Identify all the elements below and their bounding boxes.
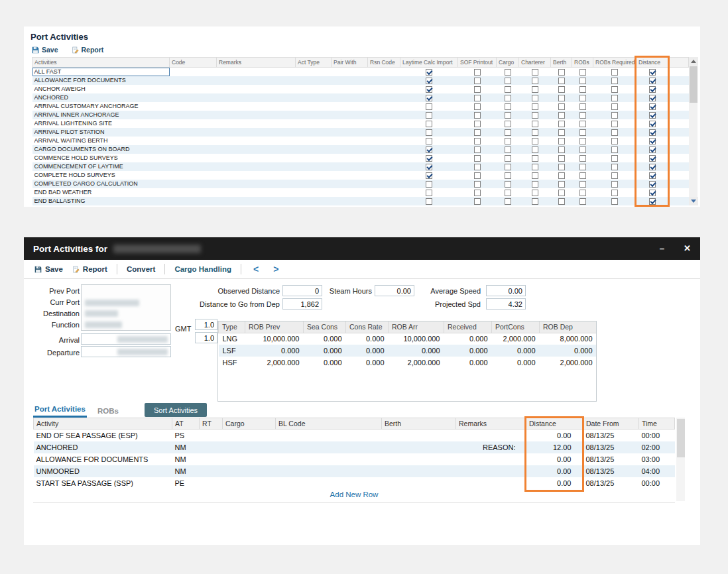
cell-fuel-value[interactable]: 0.000 bbox=[540, 345, 597, 357]
cell-time[interactable]: 02:00 bbox=[639, 441, 675, 453]
cell-activity[interactable]: COMPLETE HOLD SURVEYS bbox=[32, 171, 170, 180]
cell-cargo[interactable] bbox=[223, 465, 276, 477]
cell-activity[interactable]: COMMENCEMENT OF LAYTIME bbox=[32, 162, 170, 171]
cell-empty[interactable] bbox=[170, 76, 217, 85]
cell-berth[interactable] bbox=[382, 441, 456, 453]
cell-empty[interactable] bbox=[296, 68, 332, 77]
cell-empty[interactable] bbox=[217, 162, 296, 171]
cell-activity[interactable]: COMPLETED CARGO CALCULATION bbox=[32, 180, 170, 188]
activities-column-header[interactable]: RT bbox=[200, 418, 223, 430]
activity-row[interactable]: END OF SEA PASSAGE (ESP)PS0.0008/13/2500… bbox=[34, 430, 675, 441]
cell-empty[interactable] bbox=[217, 85, 296, 93]
cell-fuel-value[interactable]: 2,000.000 bbox=[492, 333, 540, 345]
rob-column-header[interactable]: PortCons bbox=[492, 321, 540, 333]
column-header[interactable]: Act Type bbox=[296, 58, 332, 68]
checkbox-cargo[interactable] bbox=[505, 78, 511, 84]
cell-at[interactable]: NM bbox=[172, 453, 200, 465]
cell-fuel-value[interactable]: 10,000.000 bbox=[245, 333, 304, 345]
checkbox-robs[interactable] bbox=[579, 146, 586, 153]
activity-row[interactable]: ANCHOREDNMREASON:12.0008/13/2502:00 bbox=[34, 441, 675, 453]
cell-empty[interactable] bbox=[170, 145, 217, 154]
checkbox-robs-required[interactable] bbox=[611, 172, 618, 179]
rob-column-header[interactable]: Cons Rate bbox=[346, 321, 389, 333]
activity-row[interactable]: END BAD WEATHER bbox=[32, 188, 689, 197]
checkbox-laytime-calc-import[interactable] bbox=[426, 78, 432, 84]
activity-row[interactable]: ARRIVAL CUSTOMARY ANCHORAGE bbox=[32, 102, 689, 111]
checkbox-robs[interactable] bbox=[579, 121, 586, 127]
rob-column-header[interactable]: Received bbox=[444, 321, 492, 333]
cell-empty[interactable] bbox=[332, 180, 368, 188]
cell-empty[interactable] bbox=[296, 128, 332, 137]
checkbox-berth[interactable] bbox=[558, 190, 565, 196]
checkbox-robs-required[interactable] bbox=[611, 138, 618, 144]
activities-column-header[interactable]: Berth bbox=[382, 418, 456, 430]
checkbox-laytime-calc-import[interactable] bbox=[426, 69, 432, 76]
checkbox-laytime-calc-import[interactable] bbox=[426, 164, 432, 170]
report-button[interactable]: Report bbox=[72, 265, 107, 273]
gmt-field-2[interactable]: 1.0 bbox=[195, 332, 217, 343]
column-header[interactable]: Distance bbox=[637, 58, 668, 68]
cell-activity[interactable]: END BAD WEATHER bbox=[32, 188, 170, 197]
column-header[interactable]: Remarks bbox=[217, 58, 296, 68]
checkbox-cargo[interactable] bbox=[505, 198, 511, 205]
cell-fuel-value[interactable]: 2,000.000 bbox=[389, 357, 444, 369]
checkbox-cargo[interactable] bbox=[505, 138, 511, 144]
cell-activity[interactable]: ARRIVAL PILOT STATION bbox=[32, 128, 170, 137]
checkbox-laytime-calc-import[interactable] bbox=[426, 181, 432, 188]
cell-activity[interactable]: ALLOWANCE FOR DOCUMENTS bbox=[34, 453, 172, 465]
scroll-up-icon[interactable] bbox=[689, 57, 698, 66]
cell-empty[interactable] bbox=[332, 93, 368, 102]
checkbox-robs[interactable] bbox=[579, 78, 586, 84]
checkbox-robs-required[interactable] bbox=[611, 190, 618, 196]
activity-row[interactable]: ANCHOR AWEIGH bbox=[32, 85, 689, 93]
checkbox-distance[interactable] bbox=[649, 198, 656, 205]
tab-robs[interactable]: ROBs bbox=[96, 407, 120, 418]
column-header[interactable]: ROBs Required bbox=[593, 58, 637, 68]
cell-empty[interactable] bbox=[217, 111, 296, 119]
cell-empty[interactable] bbox=[332, 111, 368, 119]
cell-empty[interactable] bbox=[217, 171, 296, 180]
cell-empty[interactable] bbox=[217, 76, 296, 85]
cell-fuel-type[interactable]: LSF bbox=[219, 345, 245, 357]
cell-empty[interactable] bbox=[332, 162, 368, 171]
activity-row[interactable]: END BALLASTING bbox=[32, 197, 689, 205]
checkbox-distance[interactable] bbox=[649, 69, 656, 76]
checkbox-distance[interactable] bbox=[649, 190, 656, 196]
checkbox-distance[interactable] bbox=[649, 146, 656, 153]
cell-remarks[interactable]: REASON: bbox=[456, 441, 526, 453]
checkbox-laytime-calc-import[interactable] bbox=[426, 172, 432, 179]
cell-empty[interactable] bbox=[296, 102, 332, 111]
cell-activity[interactable]: ARRIVAL WAITING BERTH bbox=[32, 137, 170, 145]
checkbox-cargo[interactable] bbox=[505, 172, 511, 179]
activities-column-header[interactable]: Remarks bbox=[456, 418, 526, 430]
cell-empty[interactable] bbox=[170, 93, 217, 102]
checkbox-sof-printout[interactable] bbox=[474, 112, 481, 119]
rob-row[interactable]: LSF0.0000.0000.0000.0000.0000.0000.000 bbox=[219, 345, 597, 357]
cell-empty[interactable] bbox=[170, 111, 217, 119]
activity-row[interactable]: ALL FAST bbox=[32, 68, 689, 77]
cell-empty[interactable] bbox=[368, 128, 400, 137]
checkbox-berth[interactable] bbox=[558, 78, 565, 84]
cell-time[interactable]: 00:00 bbox=[639, 477, 675, 489]
checkbox-sof-printout[interactable] bbox=[474, 121, 481, 127]
cell-date-from[interactable]: 08/13/25 bbox=[583, 441, 639, 453]
cell-distance[interactable]: 0.00 bbox=[526, 465, 583, 477]
checkbox-sof-printout[interactable] bbox=[474, 69, 481, 76]
cell-remarks[interactable] bbox=[456, 430, 526, 441]
checkbox-laytime-calc-import[interactable] bbox=[426, 95, 432, 101]
checkbox-sof-printout[interactable] bbox=[474, 95, 481, 101]
checkbox-cargo[interactable] bbox=[505, 146, 511, 153]
checkbox-charterer[interactable] bbox=[532, 86, 538, 93]
minimize-button[interactable]: – bbox=[660, 243, 664, 254]
checkbox-robs-required[interactable] bbox=[611, 164, 618, 170]
checkbox-charterer[interactable] bbox=[532, 112, 538, 119]
checkbox-laytime-calc-import[interactable] bbox=[426, 146, 432, 153]
chevron-right-icon[interactable]: > bbox=[271, 264, 281, 274]
checkbox-laytime-calc-import[interactable] bbox=[426, 103, 432, 110]
checkbox-berth[interactable] bbox=[558, 95, 565, 101]
cell-activity[interactable]: END BALLASTING bbox=[32, 197, 170, 205]
sort-activities-button[interactable]: Sort Activities bbox=[145, 403, 207, 417]
cell-empty[interactable] bbox=[368, 68, 400, 77]
cell-empty[interactable] bbox=[170, 128, 217, 137]
cell-empty[interactable] bbox=[296, 162, 332, 171]
